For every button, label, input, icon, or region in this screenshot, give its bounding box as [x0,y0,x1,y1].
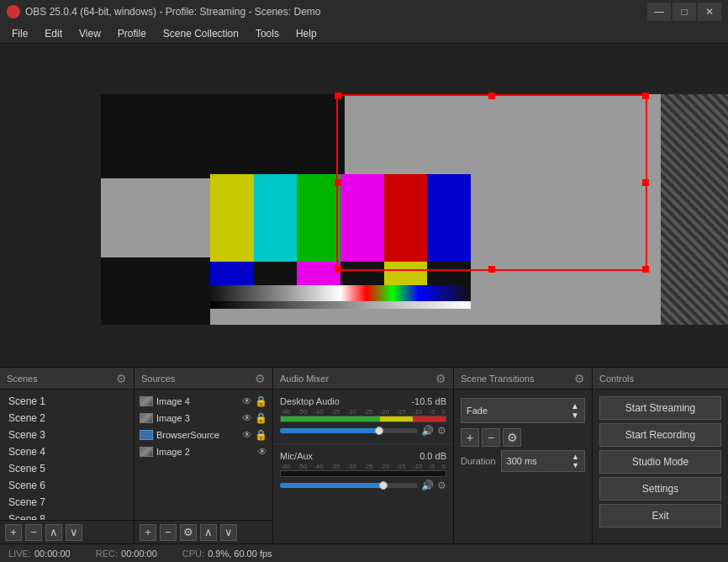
source-item[interactable]: Image 4 👁 🔒 [135,393,272,410]
mic-settings-button[interactable]: ⚙ [437,480,446,491]
sources-header-label: Sources [141,374,175,384]
preview-hatch-area [661,94,728,325]
minimize-button[interactable]: — [647,3,671,21]
source-eye-icon[interactable]: 👁 [242,429,252,441]
bar-b-mag [297,262,340,285]
source-eye-icon[interactable]: 👁 [257,446,267,458]
controls-panel: Controls Start Streaming Start Recording… [593,368,728,543]
source-settings-button[interactable]: ⚙ [180,524,197,541]
menu-view[interactable]: View [71,24,109,43]
color-bars [210,174,471,309]
remove-scene-button[interactable]: − [25,524,42,541]
scene-item[interactable]: Scene 2 [0,410,134,427]
exit-button[interactable]: Exit [599,504,721,528]
start-recording-button[interactable]: Start Recording [599,423,721,447]
desktop-settings-button[interactable]: ⚙ [437,425,446,437]
studio-mode-button[interactable]: Studio Mode [599,450,721,474]
sources-panel: Sources ⚙ Image 4 👁 🔒 Image 3 👁 🔒 [135,368,273,543]
remove-source-button[interactable]: − [160,524,177,541]
window-controls: — □ ✕ [647,3,721,21]
rec-value: 00:00:00 [121,549,157,559]
audio-track-name: Mic/Aux [280,451,313,461]
sources-footer: + − ⚙ ∧ ∨ [135,520,272,543]
transitions-panel-header: Scene Transitions ⚙ [454,368,592,390]
desktop-volume-slider[interactable] [280,428,418,433]
color-bars-top [210,174,471,262]
live-label: LIVE: [8,549,31,559]
menu-tools[interactable]: Tools [247,24,288,43]
duration-value[interactable]: 300 ms ▲▼ [501,450,585,472]
scene-item[interactable]: Scene 8 [0,511,134,520]
bar-b-black3 [427,262,471,285]
remove-transition-button[interactable]: − [482,428,500,447]
app-icon [7,5,20,19]
maximize-button[interactable]: □ [673,3,696,21]
bar-b-yel [384,262,428,285]
menu-scene-collection[interactable]: Scene Collection [155,24,247,43]
settings-button[interactable]: Settings [599,477,721,501]
preview-canvas [0,44,728,367]
titlebar-left: OBS 25.0.4 (64-bit, windows) - Profile: … [7,5,320,19]
source-item[interactable]: BrowserSource 👁 🔒 [135,427,272,443]
live-value: 00:00:00 [34,549,71,559]
source-controls: 👁 🔒 [242,395,267,407]
preview-black-topleft [101,94,345,178]
duration-row: Duration 300 ms ▲▼ [461,450,585,472]
move-source-down-button[interactable]: ∨ [220,524,237,541]
source-lock-icon[interactable]: 🔒 [255,395,267,407]
bar-b-blue [210,262,254,285]
start-streaming-button[interactable]: Start Streaming [599,396,721,420]
source-eye-icon[interactable]: 👁 [242,412,252,424]
sources-list: Image 4 👁 🔒 Image 3 👁 🔒 BrowserSource � [135,390,272,520]
source-item[interactable]: Image 3 👁 🔒 [135,410,272,427]
source-lock-icon[interactable]: 🔒 [255,429,267,441]
preview-black-bottomleft [101,257,210,325]
desktop-mute-button[interactable]: 🔊 [421,425,434,437]
cpu-label: CPU: [182,549,204,559]
scene-item[interactable]: Scene 3 [0,427,134,443]
scene-item[interactable]: Scene 5 [0,460,134,477]
titlebar: OBS 25.0.4 (64-bit, windows) - Profile: … [0,0,728,24]
add-transition-button[interactable]: + [461,428,479,447]
transition-dropdown[interactable]: Fade ▲▼ [461,398,585,423]
audio-track-controls: 🔊 ⚙ [280,425,446,437]
source-controls: 👁 🔒 [242,412,267,424]
scene-item[interactable]: Scene 7 [0,494,134,511]
source-item[interactable]: Image 2 👁 [135,443,272,460]
move-scene-down-button[interactable]: ∨ [66,524,82,541]
audio-track-mic: Mic/Aux 0.0 dB -60-50-40-35-30-25-20-15-… [273,448,453,495]
bar-red [384,174,428,262]
color-bars-bottom [210,262,471,285]
controls-header-label: Controls [599,374,634,384]
audio-divider [273,443,453,444]
move-source-up-button[interactable]: ∧ [200,524,217,541]
transition-select: Fade ▲▼ [461,398,585,423]
bar-blue [427,174,471,262]
add-source-button[interactable]: + [140,524,156,541]
move-scene-up-button[interactable]: ∧ [45,524,62,541]
scenes-header-icon[interactable]: ⚙ [116,372,127,385]
source-lock-icon[interactable]: 🔒 [255,412,267,424]
scene-item[interactable]: Scene 1 [0,393,134,410]
menu-profile[interactable]: Profile [109,24,155,43]
audio-track-db: -10.5 dB [411,396,446,406]
cpu-status: CPU: 0.9%, 60.00 fps [182,549,272,559]
scene-item[interactable]: Scene 6 [0,477,134,494]
sources-header-icon[interactable]: ⚙ [255,372,266,385]
menu-help[interactable]: Help [288,24,325,43]
audio-track-controls: 🔊 ⚙ [280,480,446,491]
mic-volume-slider[interactable] [280,483,418,488]
transition-settings-button[interactable]: ⚙ [503,428,521,447]
source-controls: 👁 [257,446,267,458]
close-button[interactable]: ✕ [698,3,721,21]
add-scene-button[interactable]: + [5,524,22,541]
transitions-header-icon[interactable]: ⚙ [574,372,585,385]
scene-item[interactable]: Scene 4 [0,443,134,460]
audio-track-header: Mic/Aux 0.0 dB [280,451,446,461]
source-eye-icon[interactable]: 👁 [242,395,252,407]
mic-mute-button[interactable]: 🔊 [421,480,434,491]
audio-mixer-panel: Audio Mixer ⚙ Desktop Audio -10.5 dB -60… [273,368,454,543]
audio-header-icon[interactable]: ⚙ [435,372,446,385]
menu-file[interactable]: File [3,24,36,43]
menu-edit[interactable]: Edit [36,24,71,43]
